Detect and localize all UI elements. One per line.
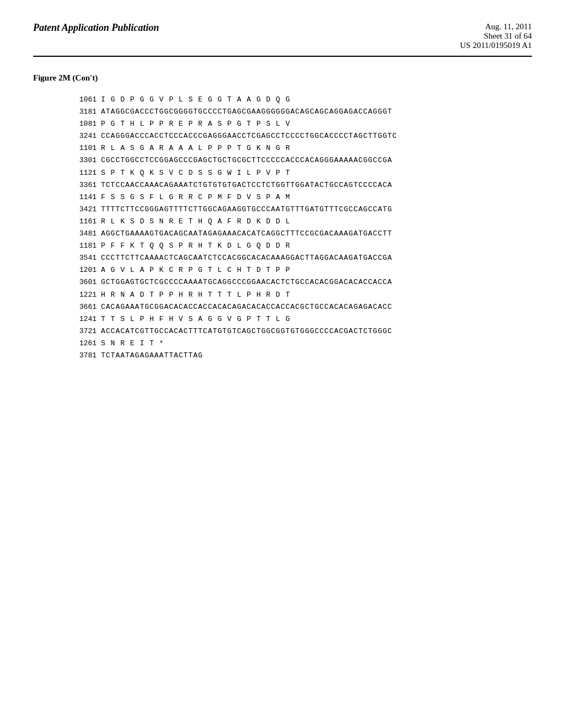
sequence-content: TTTTCTTCCGGGAGTTTTCTTGGCAGAAGGTGCCCAATGT… [101,204,392,216]
sequence-line: 1201A G V L A P K C R P G T L C H T D T … [66,264,532,276]
sequence-line: 3541CCCTTCTTCAAAACTCAGCAATCTCCACGGCACACA… [66,252,532,264]
sequence-number: 1201 [66,264,97,276]
sequence-number: 1101 [66,142,97,154]
sheet-info: Sheet 31 of 64 [460,31,532,41]
sequence-content: TCTAATAGAGAAATTACTTAG [101,350,203,362]
sequence-number: 1141 [66,191,97,204]
sequence-line: 3721ACCACATCGTTGCCACACTTTCATGTGTCAGCTGGC… [66,325,532,338]
sequence-content: A G V L A P K C R P G T L C H T D T P P [101,264,290,276]
sequence-line: 1081P G T H L P P R E P R A S P G T P S … [66,118,532,130]
sequence-number: 1121 [66,167,97,179]
sequence-content: TCTCCAACCAAACAGAAATCTGTGTGTGACTCCTCTGGTT… [101,179,392,191]
publication-title: Patent Application Publication [33,22,159,34]
sequence-content: R L A S G A R A A A L P P P T G K N G R [101,142,290,154]
sequence-content: CACAGAAATGCGGACACACCACCACACAGACACACCACCA… [101,301,392,313]
sequence-content: T T S L P H F H V S A G G V G P T T L G [101,313,290,325]
sequence-line: 3361TCTCCAACCAAACAGAAATCTGTGTGTGACTCCTCT… [66,179,532,191]
page-header: Patent Application Publication Aug. 11, … [33,22,532,57]
sequence-line: 3301CGCCTGGCCTCCGGAGCCCGAGCTGCTGCGCTTCCC… [66,154,532,167]
sequence-content: P G T H L P P R E P R A S P G T P S L V [101,118,290,130]
sequence-content: I G D P G G V P L S E G G T A A G D Q G [101,94,290,106]
sequence-number: 3481 [66,228,97,240]
sequence-content: GCTGGAGTGCTCGCCCCAAAATGCAGGCCCGGAACACTCT… [101,276,392,288]
sequence-line: 3421TTTTCTTCCGGGAGTTTTCTTGGCAGAAGGTGCCCA… [66,204,532,216]
figure-title: Figure 2M (Con't) [33,73,532,83]
sequence-line: 3241CCAGGGACCCACCTCCCACCCGAGGGAACCTCGAGC… [66,130,532,142]
sequence-content: ATAGGCGACCCTGGCGGGGTGCCCCTGAGCGAAGGGGGGA… [101,106,392,118]
sequence-line: 3181ATAGGCGACCCTGGCGGGGTGCCCCTGAGCGAAGGG… [66,106,532,118]
sequence-number: 1261 [66,338,97,350]
sequence-line: 1161R L K S D S N R E T H Q A F R D K D … [66,216,532,228]
sequence-content: AGGCTGAAAAGTGACAGCAATAGAGAAACACATCAGGCTT… [101,228,392,240]
sequence-line: 1241T T S L P H F H V S A G G V G P T T … [66,313,532,325]
sequence-number: 1081 [66,118,97,130]
sequence-line: 3481AGGCTGAAAAGTGACAGCAATAGAGAAACACATCAG… [66,228,532,240]
sequence-content: S N R E I T * [101,338,164,350]
sequence-line: 3601GCTGGAGTGCTCGCCCCAAAATGCAGGCCCGGAACA… [66,276,532,288]
sequence-content: CCCTTCTTCAAAACTCAGCAATCTCCACGGCACACAAAGG… [101,252,392,264]
sequence-content: ACCACATCGTTGCCACACTTTCATGTGTCAGCTGGCGGTG… [101,325,392,338]
page: Patent Application Publication Aug. 11, … [0,0,565,728]
sequence-number: 3781 [66,350,97,362]
sequence-content: CGCCTGGCCTCCGGAGCCCGAGCTGCTGCGCTTCCCCCAC… [101,154,392,167]
sequence-number: 1181 [66,240,97,252]
header-info: Aug. 11, 2011 Sheet 31 of 64 US 2011/019… [460,22,532,50]
sequence-number: 1221 [66,289,97,301]
sequence-line: 1261S N R E I T * [66,338,532,350]
sequence-number: 3361 [66,179,97,191]
sequence-content: P F F K T Q Q S P R H T K D L G Q D D R [101,240,290,252]
sequence-content: H R N A D T P P H R H T T T L P H R D T [101,289,290,301]
sequence-line: 3661CACAGAAATGCGGACACACCACCACACAGACACACC… [66,301,532,313]
sequence-line: 1141F S S G S F L G R R C P M F D V S P … [66,191,532,204]
sequence-number: 3661 [66,301,97,313]
sequence-line: 1101R L A S G A R A A A L P P P T G K N … [66,142,532,154]
sequence-line: 1061I G D P G G V P L S E G G T A A G D … [66,94,532,106]
sequence-number: 1241 [66,313,97,325]
publication-date: Aug. 11, 2011 [460,22,532,31]
sequence-number: 1161 [66,216,97,228]
sequence-number: 3241 [66,130,97,142]
sequence-line: 3781TCTAATAGAGAAATTACTTAG [66,350,532,362]
sequence-number: 3421 [66,204,97,216]
sequence-line: 1221H R N A D T P P H R H T T T L P H R … [66,289,532,301]
sequence-content: CCAGGGACCCACCTCCCACCCGAGGGAACCTCGAGCCTCC… [101,130,397,142]
sequence-line: 1121S P T K Q K S V C D S S G W I L P V … [66,167,532,179]
sequence-number: 3541 [66,252,97,264]
sequence-content: R L K S D S N R E T H Q A F R D K D D L [101,216,290,228]
sequence-number: 3181 [66,106,97,118]
sequence-content: S P T K Q K S V C D S S G W I L P V P T [101,167,290,179]
sequence-number: 3721 [66,325,97,338]
sequence-number: 3301 [66,154,97,167]
sequence-number: 1061 [66,94,97,106]
sequence-number: 3601 [66,276,97,288]
sequence-content: F S S G S F L G R R C P M F D V S P A M [101,191,290,204]
sequence-block: 1061I G D P G G V P L S E G G T A A G D … [66,94,532,362]
sequence-line: 1181P F F K T Q Q S P R H T K D L G Q D … [66,240,532,252]
patent-number: US 2011/0195019 A1 [460,41,532,50]
